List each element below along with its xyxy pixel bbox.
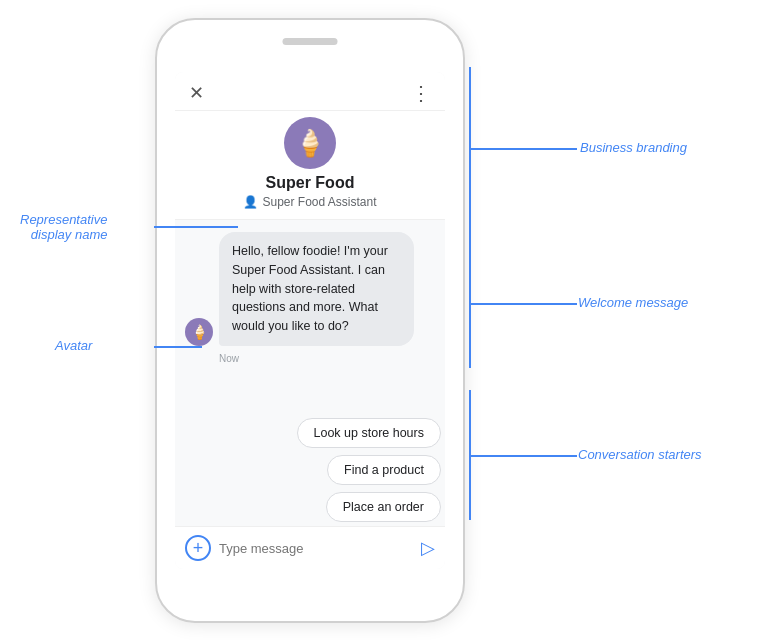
repname-line-horizontal — [154, 226, 238, 228]
top-bar: ✕ ⋮ — [175, 72, 445, 111]
avatar: 🍦 — [185, 318, 213, 346]
suggestion-chip-1[interactable]: Find a product — [327, 455, 441, 485]
label-business-branding: Business branding — [580, 140, 687, 155]
add-button[interactable]: + — [185, 535, 211, 561]
avatar-emoji: 🍦 — [191, 324, 208, 340]
message-timestamp: Now — [219, 353, 435, 364]
avatar-line-horizontal — [154, 346, 202, 348]
phone-shell: ✕ ⋮ 🍦 Super Food 👤 Super Food Assistant — [155, 18, 465, 623]
scene: ✕ ⋮ 🍦 Super Food 👤 Super Food Assistant — [0, 0, 770, 640]
rep-name-row: 👤 Super Food Assistant — [243, 195, 376, 209]
branding-line-horizontal — [470, 148, 577, 150]
brand-logo-emoji: 🍦 — [294, 128, 326, 159]
suggestions: Look up store hours Find a product Place… — [175, 416, 445, 526]
welcome-line-vertical — [469, 225, 471, 368]
suggestion-chip-0[interactable]: Look up store hours — [297, 418, 442, 448]
brand-name: Super Food — [266, 174, 355, 192]
message-bubble: Hello, fellow foodie! I'm your Super Foo… — [219, 232, 414, 346]
screen: ✕ ⋮ 🍦 Super Food 👤 Super Food Assistant — [175, 72, 445, 569]
label-welcome-message: Welcome message — [578, 295, 688, 310]
more-icon[interactable]: ⋮ — [411, 83, 431, 103]
brand-logo: 🍦 — [284, 117, 336, 169]
input-bar: + ▷ — [175, 526, 445, 569]
label-conversation-starters: Conversation starters — [578, 447, 702, 462]
rep-display-name: Super Food Assistant — [262, 195, 376, 209]
welcome-line-horizontal — [470, 303, 577, 305]
brand-header: 🍦 Super Food 👤 Super Food Assistant — [175, 111, 445, 220]
starters-line-horizontal — [470, 455, 577, 457]
label-representative-display-name: Representative display name — [20, 212, 107, 242]
chat-area: 🍦 Hello, fellow foodie! I'm your Super F… — [175, 220, 445, 416]
message-input[interactable] — [219, 541, 413, 556]
phone-speaker — [283, 38, 338, 45]
suggestion-chip-2[interactable]: Place an order — [326, 492, 441, 522]
send-icon[interactable]: ▷ — [421, 537, 435, 559]
agent-icon: 👤 — [243, 195, 258, 209]
label-avatar: Avatar — [55, 338, 92, 353]
message-row: 🍦 Hello, fellow foodie! I'm your Super F… — [185, 232, 435, 346]
close-icon[interactable]: ✕ — [189, 82, 204, 104]
